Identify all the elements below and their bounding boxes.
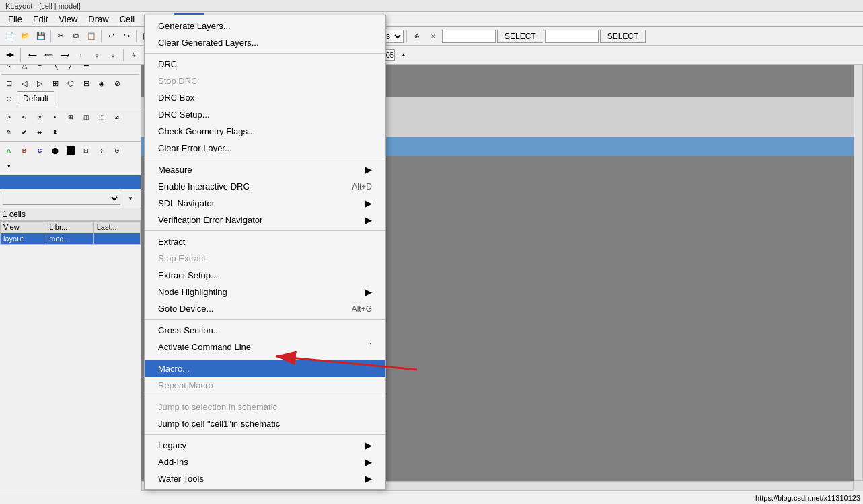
copy-btn[interactable]: ⧉ — [69, 29, 83, 44]
menu-item-view[interactable]: View — [53, 13, 83, 25]
filter-input[interactable] — [545, 30, 599, 43]
draw-tool-10[interactable]: ⊞ — [48, 76, 63, 91]
legacy-arrow: ▶ — [365, 440, 372, 450]
new-layout-btn[interactable]: 📄 — [3, 29, 17, 44]
draw-tool-7[interactable]: ⊡ — [1, 76, 16, 91]
goto-device-shortcut: Alt+G — [352, 304, 372, 314]
clear-error-layer-label: Clear Error Layer... — [158, 143, 232, 153]
snap-tool-5[interactable]: ⊞ — [63, 110, 78, 124]
color-tool-9[interactable]: ▾ — [1, 159, 16, 173]
align-left-btn[interactable]: ⟵ — [25, 48, 40, 62]
snap-tool-11[interactable]: ⬌ — [32, 125, 47, 140]
undo-btn[interactable]: ↩ — [104, 29, 118, 44]
color-tool-1[interactable]: A — [1, 143, 16, 158]
draw-tool-9[interactable]: ▷ — [32, 76, 47, 91]
toolbar-row-2: ◀▶ ⟵ ⟺ ⟶ ↑ ↕ ↓ # ⊞ ▦ ⊠ DRC EXT DRC ⊡ ⊢ ⊗… — [0, 46, 863, 65]
add-ins-label: Add-Ins — [158, 457, 188, 467]
menu-generate-layers[interactable]: Generate Layers... — [145, 17, 385, 34]
color-tool-2[interactable]: B — [17, 143, 32, 158]
redo-btn[interactable]: ↪ — [119, 29, 134, 44]
table-row[interactable]: layout mod... — [1, 233, 141, 245]
color-tool-8[interactable]: ⊘ — [110, 143, 124, 158]
cut-btn[interactable]: ✂ — [53, 29, 68, 44]
snap-tool-6[interactable]: ◫ — [79, 110, 93, 124]
snap-tool-9[interactable]: ⟰ — [1, 125, 16, 140]
menu-item-edit[interactable]: Edit — [28, 13, 53, 25]
panel-expand-btn[interactable]: ▼ — [123, 191, 138, 206]
default-button[interactable]: Default — [17, 91, 54, 106]
menu-drc[interactable]: DRC — [145, 56, 385, 73]
draw-tool-8[interactable]: ◁ — [17, 76, 32, 91]
open-btn[interactable]: 📂 — [18, 29, 33, 44]
select-button-1[interactable]: SELECT — [497, 30, 543, 43]
menu-item-draw[interactable]: Draw — [83, 13, 114, 25]
menu-item-cell[interactable]: Cell — [114, 13, 140, 25]
snap-tool-12[interactable]: ⬍ — [48, 125, 63, 140]
layer-search-input[interactable] — [442, 30, 496, 43]
draw-tool-11[interactable]: ⬡ — [63, 76, 78, 91]
menu-add-ins[interactable]: Add-Ins ▶ — [145, 454, 385, 470]
align-bottom-btn[interactable]: ↓ — [106, 48, 120, 62]
snap-tool-2[interactable]: ⊲ — [17, 110, 32, 124]
align-top-btn[interactable]: ↑ — [73, 48, 88, 62]
color-tool-3[interactable]: C — [32, 143, 47, 158]
color-tool-5[interactable] — [63, 143, 78, 158]
menu-drc-setup[interactable]: DRC Setup... — [145, 106, 385, 123]
snap-tool-4[interactable]: ⋆ — [48, 110, 63, 124]
menu-wafer-tools[interactable]: Wafer Tools ▶ — [145, 470, 385, 487]
menu-drc-box[interactable]: DRC Box — [145, 89, 385, 106]
vertical-scrollbar[interactable] — [854, 56, 863, 481]
menu-sdl-navigator[interactable]: SDL Navigator ▶ — [145, 195, 385, 212]
extract-label: Extract — [158, 237, 185, 247]
separator-1 — [145, 53, 385, 54]
select-button-2[interactable]: SELECT — [600, 30, 646, 43]
align-mid-btn[interactable]: ↕ — [89, 48, 104, 62]
stop-drc-label: Stop DRC — [158, 76, 198, 86]
menu-verification-error-navigator[interactable]: Verification Error Navigator ▶ — [145, 212, 385, 228]
snap-btn[interactable]: ⊕ — [410, 29, 424, 44]
menu-macro[interactable]: Macro... — [145, 360, 385, 377]
menu-activate-command-line[interactable]: Activate Command Line ` — [145, 339, 385, 355]
menu-extract-setup[interactable]: Extract Setup... — [145, 267, 385, 284]
color-tool-4[interactable]: ⬤ — [48, 143, 63, 158]
grid-btn[interactable]: # — [126, 48, 141, 62]
draw-tool-12[interactable]: ⊟ — [79, 76, 93, 91]
paste-btn[interactable]: 📋 — [84, 29, 99, 44]
draw-tool-15[interactable]: ⊕ — [1, 91, 16, 106]
align-right-btn[interactable]: ⟶ — [57, 48, 72, 62]
snap-tool-7[interactable]: ⬚ — [94, 110, 109, 124]
menu-legacy[interactable]: Legacy ▶ — [145, 437, 385, 454]
snap-tool-10[interactable]: ⬋ — [17, 125, 32, 140]
separator-2 — [145, 159, 385, 159]
verification-error-navigator-label: Verification Error Navigator — [158, 215, 262, 225]
scroll-ctrl-btn[interactable]: ◀▶ — [3, 48, 17, 62]
draw-tool-13[interactable]: ◈ — [94, 76, 109, 91]
repeat-macro-label: Repeat Macro — [158, 380, 213, 390]
stop-extract-label: Stop Extract — [158, 253, 206, 263]
align-center-btn[interactable]: ⟺ — [41, 48, 56, 62]
menu-clear-generated-layers[interactable]: Clear Generated Layers... — [145, 34, 385, 51]
menu-stop-extract: Stop Extract — [145, 250, 385, 267]
draw-tool-14[interactable]: ⊘ — [110, 76, 124, 91]
menu-enable-interactive-drc[interactable]: Enable Interactive DRC Alt+D — [145, 178, 385, 195]
snap-tool-1[interactable]: ⊳ — [1, 110, 16, 124]
snap2-btn[interactable]: ✳ — [426, 29, 441, 44]
menu-jump-to-cell[interactable]: Jump to cell "cell1"in schematic — [145, 415, 385, 432]
menu-cross-section[interactable]: Cross-Section... — [145, 322, 385, 339]
value-up-btn[interactable]: ▲ — [396, 48, 411, 62]
menu-check-geometry[interactable]: Check Geometry Flags... — [145, 123, 385, 140]
col-header-last: Last... — [93, 222, 140, 233]
menu-clear-error-layer[interactable]: Clear Error Layer... — [145, 140, 385, 157]
panel-select[interactable] — [3, 192, 120, 205]
menu-node-highlighting[interactable]: Node Highlighting ▶ — [145, 284, 385, 300]
snap-tool-3[interactable]: ⋈ — [32, 110, 47, 124]
drc-label: DRC — [158, 59, 177, 69]
snap-tool-8[interactable]: ⊿ — [110, 110, 124, 124]
menu-item-file[interactable]: File — [3, 13, 28, 25]
save-btn[interactable]: 💾 — [34, 29, 48, 44]
color-tool-6[interactable]: ⊡ — [79, 143, 93, 158]
color-tool-7[interactable]: ⊹ — [94, 143, 109, 158]
menu-goto-device[interactable]: Goto Device... Alt+G — [145, 300, 385, 317]
menu-measure[interactable]: Measure ▶ — [145, 161, 385, 178]
menu-extract[interactable]: Extract — [145, 233, 385, 250]
